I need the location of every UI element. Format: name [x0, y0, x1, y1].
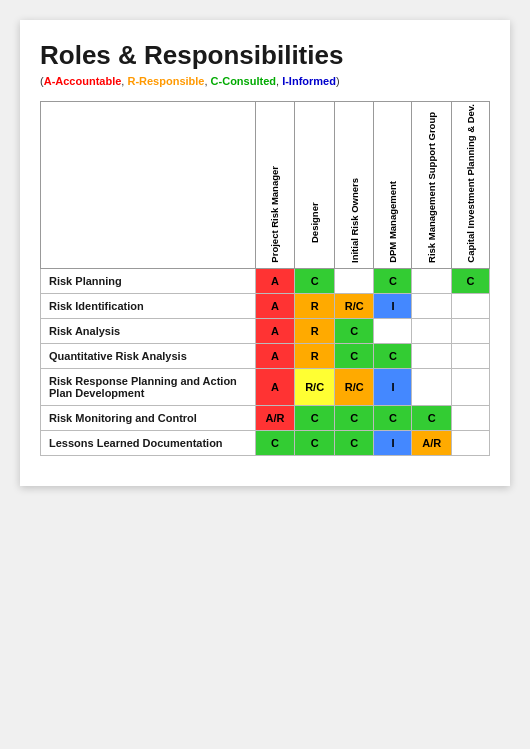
row-label-3: Quantitative Risk Analysis: [41, 343, 256, 368]
cell-5-1: C: [295, 405, 335, 430]
cell-3-3: C: [374, 343, 412, 368]
legend-a: A-Accountable: [44, 75, 122, 87]
cell-1-4: [412, 293, 452, 318]
cell-6-2: C: [334, 430, 374, 455]
legend-r: R-Responsible: [127, 75, 204, 87]
cell-4-2: R/C: [334, 368, 374, 405]
table-row: Risk AnalysisARC: [41, 318, 490, 343]
cell-4-5: [452, 368, 490, 405]
legend-c: C-Consulted: [211, 75, 276, 87]
cell-6-0: C: [255, 430, 295, 455]
table-row: Risk Monitoring and ControlA/RCCCC: [41, 405, 490, 430]
cell-4-4: [412, 368, 452, 405]
page-container: Roles & Responsibilities (A-Accountable,…: [20, 20, 510, 486]
cell-4-3: I: [374, 368, 412, 405]
cell-6-3: I: [374, 430, 412, 455]
cell-2-2: C: [334, 318, 374, 343]
table-row: Lessons Learned DocumentationCCCIA/R: [41, 430, 490, 455]
cell-2-4: [412, 318, 452, 343]
cell-4-1: R/C: [295, 368, 335, 405]
cell-1-3: I: [374, 293, 412, 318]
cell-6-4: A/R: [412, 430, 452, 455]
cell-5-2: C: [334, 405, 374, 430]
cell-0-0: A: [255, 268, 295, 293]
col-header-3: DPM Management: [374, 102, 412, 269]
table-row: Risk IdentificationARR/CI: [41, 293, 490, 318]
cell-2-3: [374, 318, 412, 343]
cell-3-2: C: [334, 343, 374, 368]
row-label-1: Risk Identification: [41, 293, 256, 318]
col-header-row-label: [41, 102, 256, 269]
cell-2-1: R: [295, 318, 335, 343]
cell-5-5: [452, 405, 490, 430]
cell-5-3: C: [374, 405, 412, 430]
cell-3-5: [452, 343, 490, 368]
cell-3-0: A: [255, 343, 295, 368]
col-header-5: Capital Investment Planning & Dev.: [452, 102, 490, 269]
legend-i: I-Informed: [282, 75, 336, 87]
cell-0-1: C: [295, 268, 335, 293]
row-label-5: Risk Monitoring and Control: [41, 405, 256, 430]
row-label-6: Lessons Learned Documentation: [41, 430, 256, 455]
cell-0-4: [412, 268, 452, 293]
row-label-2: Risk Analysis: [41, 318, 256, 343]
cell-1-1: R: [295, 293, 335, 318]
cell-6-5: [452, 430, 490, 455]
cell-1-0: A: [255, 293, 295, 318]
cell-3-1: R: [295, 343, 335, 368]
cell-5-0: A/R: [255, 405, 295, 430]
table-row: Quantitative Risk AnalysisARCC: [41, 343, 490, 368]
cell-2-0: A: [255, 318, 295, 343]
col-header-4: Risk Management Support Group: [412, 102, 452, 269]
cell-0-3: C: [374, 268, 412, 293]
col-header-0: Project Risk Manager: [255, 102, 295, 269]
raci-table: Project Risk Manager Designer Initial Ri…: [40, 101, 490, 456]
cell-5-4: C: [412, 405, 452, 430]
table-row: Risk PlanningACCC: [41, 268, 490, 293]
table-row: Risk Response Planning and Action Plan D…: [41, 368, 490, 405]
cell-6-1: C: [295, 430, 335, 455]
cell-2-5: [452, 318, 490, 343]
cell-4-0: A: [255, 368, 295, 405]
cell-1-5: [452, 293, 490, 318]
cell-0-5: C: [452, 268, 490, 293]
col-header-2: Initial Risk Owners: [334, 102, 374, 269]
row-label-0: Risk Planning: [41, 268, 256, 293]
cell-3-4: [412, 343, 452, 368]
row-label-4: Risk Response Planning and Action Plan D…: [41, 368, 256, 405]
legend: (A-Accountable, R-Responsible, C-Consult…: [40, 75, 490, 87]
page-title: Roles & Responsibilities: [40, 40, 490, 71]
col-header-1: Designer: [295, 102, 335, 269]
cell-1-2: R/C: [334, 293, 374, 318]
cell-0-2: [334, 268, 374, 293]
